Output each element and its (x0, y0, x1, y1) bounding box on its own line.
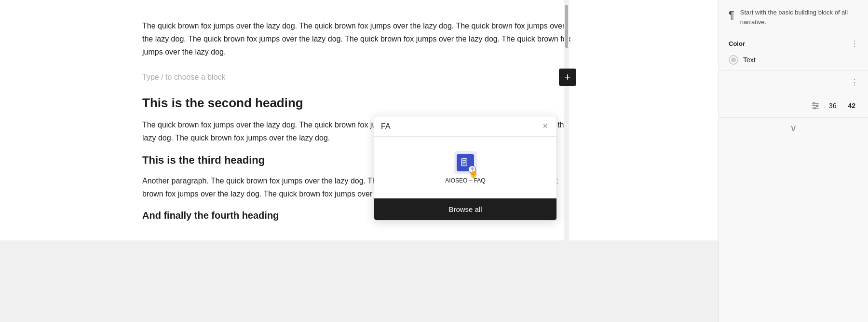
block-item-label: AIOSEO – FAQ (445, 177, 485, 184)
paragraph-1[interactable]: The quick brown fox jumps over the lazy … (142, 19, 576, 59)
sidebar-color-header: Color ⋮ (729, 39, 858, 48)
sidebar-color-section: Color ⋮ Text (719, 33, 868, 71)
type-hint-text: Type / to choose a block (142, 73, 226, 82)
editor-content: The quick brown fox jumps over the lazy … (142, 19, 576, 221)
scrollbar-thumb[interactable] (565, 5, 568, 48)
scrollbar-track[interactable] (564, 0, 569, 322)
sliders-icon (811, 101, 820, 111)
heading-2[interactable]: This is the second heading (142, 96, 576, 111)
color-text-option[interactable]: Text (729, 55, 858, 65)
sidebar-expand-button[interactable]: ∨ (790, 122, 797, 134)
color-more-icon[interactable]: ⋮ (851, 39, 858, 48)
editor-area: The quick brown fox jumps over the lazy … (0, 0, 719, 240)
add-block-button[interactable]: + (559, 69, 576, 86)
block-picker-results: ? ☝ AIOSEO – FAQ (374, 137, 556, 194)
block-item-aioseo-faq[interactable]: ? ☝ AIOSEO – FAQ (435, 146, 495, 189)
right-sidebar: ¶ Start with the basic building block of… (719, 0, 868, 322)
cursor-hand-icon: ☝ (468, 168, 479, 178)
color-radio-text[interactable] (729, 55, 738, 65)
editor-wrapper: The quick brown fox jumps over the lazy … (0, 0, 719, 322)
svg-point-9 (816, 105, 818, 106)
block-picker-popup: × (374, 116, 557, 221)
typography-settings-button[interactable] (811, 101, 820, 111)
sidebar-description: Start with the basic building block of a… (740, 8, 858, 27)
paragraph-icon: ¶ (729, 9, 734, 21)
svg-point-10 (814, 107, 815, 109)
type-hint-row: Type / to choose a block + (142, 69, 576, 86)
color-section-label: Color (729, 40, 745, 47)
block-icon-container: ? ☝ (454, 151, 477, 174)
extra-more-icon[interactable]: ⋮ (851, 78, 858, 87)
block-picker-search-row: × (374, 116, 556, 137)
block-picker-clear-button[interactable]: × (541, 121, 550, 131)
svg-point-8 (813, 102, 814, 104)
typography-row: 36 42 (719, 94, 868, 118)
sidebar-expand-row: ∨ (719, 118, 868, 138)
typography-size-36[interactable]: 36 (826, 101, 840, 111)
faq-icon (461, 158, 470, 168)
sidebar-extra-row: ⋮ (719, 71, 868, 94)
browse-all-button[interactable]: Browse all (374, 198, 556, 220)
color-radio-dot (731, 57, 736, 62)
color-text-label: Text (743, 56, 756, 64)
typography-size-42[interactable]: 42 (845, 101, 858, 111)
block-picker-search-input[interactable] (381, 122, 541, 131)
sidebar-header: ¶ Start with the basic building block of… (719, 0, 868, 33)
